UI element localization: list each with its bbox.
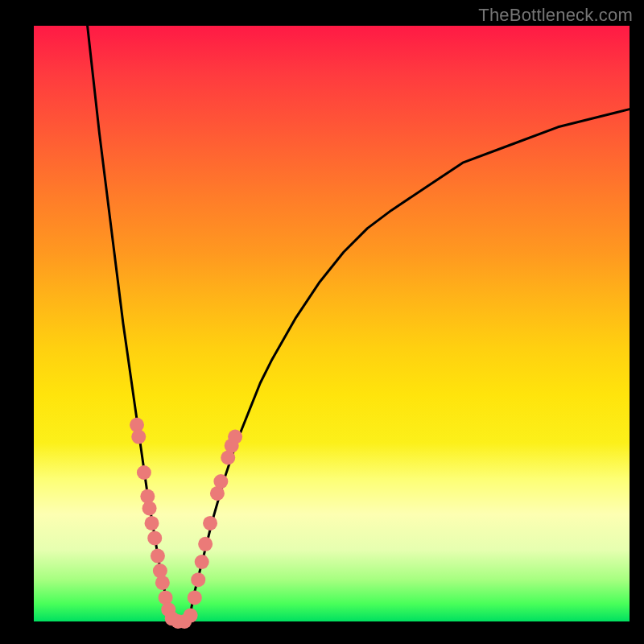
- data-point: [155, 576, 170, 590]
- chart-frame: TheBottleneck.com: [0, 0, 644, 644]
- data-point: [188, 590, 202, 605]
- data-point: [145, 516, 159, 530]
- data-point: [191, 572, 205, 587]
- chart-svg: [34, 26, 630, 621]
- data-point: [142, 501, 157, 515]
- data-point: [151, 549, 165, 564]
- data-point: [213, 474, 228, 489]
- data-point: [137, 465, 151, 480]
- scatter-points: [130, 418, 242, 629]
- data-point: [195, 555, 209, 569]
- data-point: [147, 530, 162, 545]
- data-point: [153, 564, 167, 578]
- curve-lines: [88, 26, 630, 621]
- data-point: [228, 430, 242, 444]
- watermark-text: TheBottleneck.com: [478, 5, 633, 26]
- data-point: [198, 537, 213, 551]
- data-point: [184, 609, 198, 623]
- data-point: [203, 516, 217, 530]
- plot-area: [34, 26, 630, 621]
- series-right-branch: [188, 109, 630, 621]
- data-point: [131, 430, 146, 444]
